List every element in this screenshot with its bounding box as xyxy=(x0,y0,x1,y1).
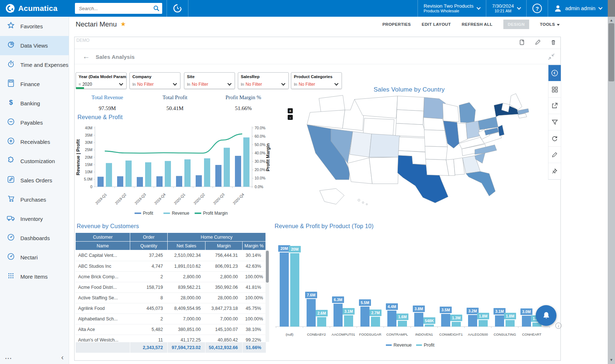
table-row[interactable]: Acme Brick Comp...22,800.002,800.00100.0… xyxy=(75,271,265,282)
scroll-down-arrow[interactable]: ▼ xyxy=(610,358,613,362)
user-name: admin admin xyxy=(565,5,595,11)
filter-company[interactable]: Company InNo Filter xyxy=(129,72,180,89)
acumatica-logo-icon xyxy=(5,3,15,13)
sidebar-item-payables[interactable]: Payables xyxy=(0,113,69,132)
table-scrollbar[interactable] xyxy=(265,250,269,342)
main-sidebar: Favorites Data Views Time and Expenses F… xyxy=(0,17,69,364)
svg-text:AACOMPUT01: AACOMPUT01 xyxy=(332,332,355,336)
map-zoom-out-button[interactable]: - xyxy=(288,115,293,120)
col-header-order[interactable]: Order xyxy=(130,233,168,242)
sidebar-item-dashboards[interactable]: Dashboards xyxy=(0,228,69,248)
col-header-margin-pct[interactable]: Margin % xyxy=(243,242,266,250)
refresh-button[interactable] xyxy=(548,130,561,147)
search-icon[interactable] xyxy=(153,5,160,13)
col-header-home-currency[interactable]: Home Currency xyxy=(168,233,266,242)
sidebar-item-banking[interactable]: $ Banking xyxy=(0,94,69,113)
business-date-selector[interactable]: 7/30/2024 10:21 AM xyxy=(486,0,526,17)
collapse-panel-button[interactable] xyxy=(548,65,561,81)
table-row[interactable]: Alta Ace5,482380,851.00145,100.0738.10% xyxy=(75,324,265,335)
svg-text:15M: 15M xyxy=(85,162,92,167)
table-row[interactable]: Alphabetland Sch...27,000.007,000.00100.… xyxy=(75,314,265,324)
sidebar-item-customization[interactable]: Customization xyxy=(0,151,69,171)
user-menu[interactable]: admin admin xyxy=(548,0,608,17)
filter-button[interactable] xyxy=(548,114,561,130)
table-row[interactable]: ABC Studios Inc4,7471,891,010.62806,091.… xyxy=(75,261,265,271)
collapse-icon[interactable] xyxy=(547,53,555,62)
table-totals-row: 2,343,57297,594,723.0250,412,932.6651.66… xyxy=(76,342,266,353)
acumatica-logo[interactable]: Acumatica xyxy=(0,0,69,17)
gauge-icon xyxy=(7,233,15,243)
sidebar-item-finance[interactable]: Finance xyxy=(0,74,69,94)
chevron-down-icon[interactable] xyxy=(227,81,231,85)
map-zoom-in-button[interactable]: + xyxy=(288,108,293,113)
edit-dashboard-button[interactable] xyxy=(548,147,561,163)
table-row[interactable]: ABC Capital Vent...37,2452,510,092.34756… xyxy=(75,250,265,261)
tenant-selector[interactable]: Revision Two Products Products Wholesale xyxy=(418,0,486,17)
notifications-bell-button[interactable] xyxy=(536,305,556,326)
favorite-star-icon[interactable]: ★ xyxy=(120,20,126,28)
dashboard-side-toolbar xyxy=(548,65,561,180)
widgets-grid-button[interactable] xyxy=(548,81,561,98)
sidebar-item-receivables[interactable]: Receivables xyxy=(0,132,69,151)
user-icon xyxy=(554,4,562,12)
sidebar-item-favorites[interactable]: Favorites xyxy=(0,17,69,36)
chevron-down-icon[interactable] xyxy=(281,81,285,85)
svg-text:CONSULTING: CONSULTING xyxy=(494,332,516,336)
sidebar-item-time-and-expenses[interactable]: Time and Expenses xyxy=(0,55,69,74)
pin-button[interactable] xyxy=(548,163,561,179)
filter-product-categories[interactable]: Product Categories InNo Filter xyxy=(291,72,342,89)
share-export-button[interactable] xyxy=(548,98,561,114)
info-icon[interactable]: i xyxy=(555,323,562,329)
filter-salesrep[interactable]: SalesRep InNo Filter xyxy=(238,72,289,89)
svg-text:2020-Q3: 2020-Q3 xyxy=(212,192,225,205)
svg-text:2020-Q2: 2020-Q2 xyxy=(193,192,206,205)
delete-widget-icon[interactable] xyxy=(550,39,557,46)
caret-down-icon xyxy=(557,24,560,26)
page-scrollbar[interactable]: ▲ ▼ xyxy=(608,0,615,364)
edit-widget-icon[interactable] xyxy=(535,39,541,46)
scrollbar-thumb[interactable] xyxy=(608,23,614,81)
help-button[interactable]: ? xyxy=(527,0,548,17)
dashboard-title: Sales Analysis xyxy=(96,54,135,60)
col-header-quantity[interactable]: Quantity xyxy=(130,242,168,250)
sidebar-item-inventory[interactable]: Inventory xyxy=(0,209,69,228)
copy-widget-icon[interactable] xyxy=(519,39,526,46)
chevron-down-icon[interactable] xyxy=(119,81,123,85)
sidebar-collapse-button[interactable]: ‹ xyxy=(61,353,64,361)
col-header-margin[interactable]: Margin xyxy=(205,242,243,250)
design-button[interactable]: DESIGN xyxy=(503,20,529,29)
dashboard-widget-panel: DEMO ← Sales Analysis xyxy=(74,37,561,361)
us-sales-choropleth-map[interactable] xyxy=(296,91,535,212)
sidebar-item-sales-orders[interactable]: Sales Orders xyxy=(0,171,69,190)
dots-grid-icon xyxy=(7,272,15,282)
search-input[interactable] xyxy=(75,3,162,14)
pencil-square-icon xyxy=(7,175,15,185)
table-row[interactable]: Agrilink Food445,0738,409,554.953,847,27… xyxy=(75,303,265,314)
sidebar-item-more-items[interactable]: More Items xyxy=(0,267,69,286)
col-header-name[interactable]: Name xyxy=(76,242,130,250)
svg-text:35M: 35M xyxy=(85,133,92,137)
edit-layout-button[interactable]: EDIT LAYOUT xyxy=(422,22,451,27)
table-row[interactable]: Acme Food Distri...158,719839,562.21350,… xyxy=(75,282,265,292)
back-arrow-icon[interactable]: ← xyxy=(83,52,90,61)
tools-menu-button[interactable]: TOOLS xyxy=(540,22,560,27)
chevron-down-icon[interactable] xyxy=(173,81,177,85)
col-header-net-sales[interactable]: Net Sales xyxy=(168,242,205,250)
scroll-up-arrow[interactable]: ▲ xyxy=(610,18,613,22)
table-row[interactable]: Antun's of Westch...1141,172.2540,850.42… xyxy=(75,335,265,342)
col-header-customer[interactable]: Customer xyxy=(76,233,130,242)
table-row[interactable]: Active Staffing Se...828,000.0028,000.00… xyxy=(75,292,265,303)
sidebar-item-purchases[interactable]: Purchases xyxy=(0,190,69,209)
chevron-down-icon[interactable] xyxy=(334,81,338,85)
properties-button[interactable]: PROPERTIES xyxy=(382,22,411,27)
sidebar-item-nectari[interactable]: Nectari xyxy=(0,248,69,267)
time-machine-button[interactable] xyxy=(167,0,188,17)
svg-text:(null): (null) xyxy=(285,332,293,336)
revenue-profit-combo-chart: 05.0M10M15M20M25M30M35M40M0.0%10.0%20.0%… xyxy=(75,122,273,228)
filter-year-data-model-paramete[interactable]: Year (Data Model Paramete... =2020 xyxy=(76,72,127,89)
svg-text:2019-Q1: 2019-Q1 xyxy=(95,192,108,205)
filter-site[interactable]: Site InNo Filter xyxy=(184,72,235,89)
sidebar-item-data-views[interactable]: Data Views xyxy=(0,36,69,55)
refresh-all-button[interactable]: REFRESH ALL xyxy=(462,22,492,27)
sidebar-more-button[interactable]: ... xyxy=(5,354,12,360)
